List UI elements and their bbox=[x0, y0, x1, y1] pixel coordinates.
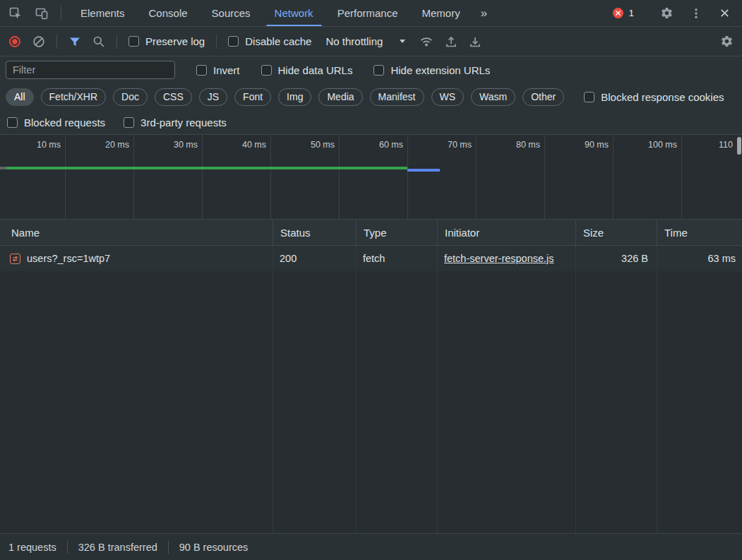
tabbar-right-controls: 1 bbox=[613, 0, 742, 26]
network-settings-gear-icon[interactable] bbox=[720, 35, 734, 48]
overview-bar-stub bbox=[0, 167, 6, 169]
third-party-requests-checkbox[interactable]: 3rd-party requests bbox=[124, 117, 227, 129]
requests-table-header: Name Status Type Initiator Size Time bbox=[0, 220, 742, 246]
hide-data-urls-checkbox[interactable]: Hide data URLs bbox=[261, 64, 353, 76]
overview-gridline bbox=[613, 135, 614, 219]
column-header-status[interactable]: Status bbox=[273, 220, 356, 245]
kebab-menu-icon[interactable] bbox=[690, 7, 702, 20]
inspect-element-icon[interactable] bbox=[8, 6, 23, 20]
hide-extension-urls-label: Hide extension URLs bbox=[390, 64, 490, 76]
blocked-response-cookies-checkbox[interactable]: Blocked response cookies bbox=[584, 91, 724, 103]
overview-gridline bbox=[270, 135, 271, 219]
network-status-bar: 1 requests 326 B transferred 90 B resour… bbox=[0, 533, 742, 560]
tab-console[interactable]: Console bbox=[137, 0, 200, 26]
column-divider[interactable] bbox=[657, 246, 657, 533]
overview-tick-label: 110 bbox=[676, 140, 733, 150]
error-circle-icon bbox=[613, 8, 623, 18]
checkbox-box bbox=[7, 117, 18, 128]
overview-gridline bbox=[476, 135, 477, 219]
column-divider[interactable] bbox=[273, 246, 273, 533]
clear-network-log-icon[interactable] bbox=[32, 35, 45, 48]
checkbox-box bbox=[584, 92, 594, 102]
network-conditions-icon[interactable] bbox=[419, 35, 433, 49]
filter-pill-css[interactable]: CSS bbox=[155, 88, 192, 106]
overview-scrollbar-thumb[interactable] bbox=[737, 137, 741, 155]
filter-pill-ws[interactable]: WS bbox=[431, 88, 465, 106]
column-divider[interactable] bbox=[575, 246, 576, 533]
overview-tick-label: 90 ms bbox=[552, 140, 609, 150]
invert-label: Invert bbox=[213, 64, 240, 76]
checkbox-box bbox=[261, 65, 272, 76]
tab-sources[interactable]: Sources bbox=[200, 0, 263, 26]
overview-gridline bbox=[407, 135, 408, 219]
statusbar-separator bbox=[67, 541, 68, 554]
toolbar-separator bbox=[216, 35, 217, 49]
filter-pill-font[interactable]: Font bbox=[234, 88, 271, 106]
filter-pill-fetch-xhr[interactable]: Fetch/XHR bbox=[41, 88, 106, 106]
table-row[interactable]: users?_rsc=1wtp7 200 fetch fetch-server-… bbox=[0, 246, 742, 271]
overview-gridline bbox=[133, 135, 134, 219]
blocked-requests-checkbox[interactable]: Blocked requests bbox=[7, 117, 105, 129]
filter-input[interactable] bbox=[6, 61, 175, 79]
filter-pill-wasm[interactable]: Wasm bbox=[471, 88, 515, 106]
devtools-tabbar: Elements Console Sources Network Perform… bbox=[0, 0, 742, 27]
tabbar-separator bbox=[61, 6, 61, 20]
filter-pill-doc[interactable]: Doc bbox=[113, 88, 148, 106]
export-har-icon[interactable] bbox=[469, 35, 481, 48]
column-header-size[interactable]: Size bbox=[575, 220, 657, 245]
overview-tick-label: 30 ms bbox=[141, 140, 198, 150]
filter-pill-other[interactable]: Other bbox=[522, 88, 564, 106]
preserve-log-checkbox[interactable]: Preserve log bbox=[128, 35, 205, 47]
filter-pill-media[interactable]: Media bbox=[318, 88, 362, 106]
fetch-request-icon bbox=[10, 254, 20, 264]
more-tabs-button[interactable]: » bbox=[472, 0, 496, 26]
filter-pill-img[interactable]: Img bbox=[278, 88, 311, 106]
close-devtools-icon[interactable] bbox=[719, 7, 731, 19]
hide-extension-urls-checkbox[interactable]: Hide extension URLs bbox=[373, 64, 490, 76]
tab-elements[interactable]: Elements bbox=[68, 0, 137, 26]
error-count: 1 bbox=[628, 8, 634, 18]
search-icon[interactable] bbox=[92, 35, 105, 48]
filter-row: Invert Hide data URLs Hide extension URL… bbox=[0, 56, 742, 83]
statusbar-separator bbox=[168, 541, 169, 554]
console-error-badge[interactable]: 1 bbox=[613, 8, 634, 18]
overview-gridline bbox=[544, 135, 545, 219]
settings-gear-icon[interactable] bbox=[660, 6, 674, 20]
record-network-log-icon[interactable] bbox=[8, 35, 21, 48]
column-divider[interactable] bbox=[437, 246, 438, 533]
column-header-initiator[interactable]: Initiator bbox=[437, 220, 575, 245]
checkbox-box bbox=[196, 65, 207, 76]
network-toolbar: Preserve log Disable cache No throttling bbox=[0, 27, 742, 56]
tab-memory[interactable]: Memory bbox=[410, 0, 472, 26]
column-divider[interactable] bbox=[356, 246, 357, 533]
tab-network[interactable]: Network bbox=[263, 0, 325, 26]
filter-pill-js[interactable]: JS bbox=[199, 88, 227, 106]
import-har-icon[interactable] bbox=[445, 35, 457, 48]
network-overview[interactable]: 10 ms 20 ms 30 ms 40 ms 50 ms 60 ms 70 m… bbox=[0, 135, 742, 220]
filter-pill-all[interactable]: All bbox=[6, 88, 34, 106]
tab-performance[interactable]: Performance bbox=[325, 0, 410, 26]
disable-cache-label: Disable cache bbox=[245, 35, 311, 47]
initiator-link[interactable]: fetch-server-response.js bbox=[444, 253, 554, 264]
overview-tick-label: 60 ms bbox=[347, 140, 403, 150]
overview-tick-label: 80 ms bbox=[484, 140, 540, 150]
checkbox-box bbox=[124, 117, 134, 128]
overview-gridline bbox=[202, 135, 203, 219]
column-header-time[interactable]: Time bbox=[657, 220, 742, 245]
request-time: 63 ms bbox=[657, 253, 742, 264]
toolbar-separator bbox=[116, 35, 117, 49]
device-toolbar-icon[interactable] bbox=[35, 6, 49, 20]
filter-pill-manifest[interactable]: Manifest bbox=[370, 88, 424, 106]
throttling-dropdown[interactable]: No throttling bbox=[323, 34, 408, 49]
filter-funnel-icon[interactable] bbox=[68, 35, 81, 48]
blocked-response-cookies-label: Blocked response cookies bbox=[601, 91, 724, 103]
hide-data-urls-label: Hide data URLs bbox=[278, 64, 353, 76]
column-header-name[interactable]: Name bbox=[0, 220, 273, 245]
overview-bar-green bbox=[6, 167, 407, 169]
invert-checkbox[interactable]: Invert bbox=[196, 64, 240, 76]
disable-cache-checkbox[interactable]: Disable cache bbox=[228, 35, 311, 47]
overview-gridline bbox=[339, 135, 340, 219]
column-header-type[interactable]: Type bbox=[356, 220, 437, 245]
type-filter-row: All Fetch/XHR Doc CSS JS Font Img Media … bbox=[0, 83, 742, 110]
throttling-value: No throttling bbox=[325, 35, 383, 47]
